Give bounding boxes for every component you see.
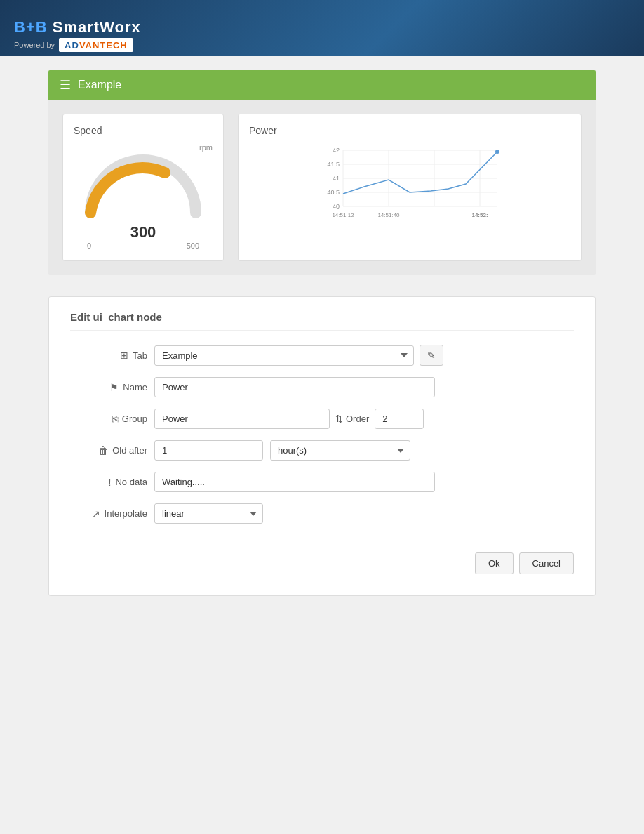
powered-by-row: Powered by ADVANTECH: [14, 38, 133, 52]
rpm-label: rpm: [74, 143, 213, 152]
form-row-tab: ⊞ Tab Example ✎: [70, 345, 574, 366]
form-divider: [70, 538, 574, 538]
cancel-button[interactable]: Cancel: [519, 552, 574, 574]
group-label: ⎘ Group: [70, 413, 147, 425]
advantech-adv: AD: [65, 40, 79, 51]
name-label: ⚑ Name: [70, 382, 147, 393]
interpolate-select[interactable]: linear step basis cardinal: [154, 503, 263, 524]
exclamation-icon: !: [109, 477, 112, 488]
advantech-tech: VANTECH: [79, 40, 128, 51]
svg-text:14:51:12: 14:51:12: [332, 212, 354, 218]
brand-smartworx: SmartWorx: [53, 18, 141, 36]
form-row-old-after: 🗑 Old after hour(s) minute(s) second(s): [70, 440, 574, 461]
logo: B+B SmartWorx Powered by ADVANTECH: [14, 18, 141, 56]
svg-text:42: 42: [333, 147, 340, 154]
hours-select[interactable]: hour(s) minute(s) second(s): [270, 440, 410, 461]
form-row-group: ⎘ Group ⇅ Order: [70, 409, 574, 429]
tab-icon: ⊞: [120, 350, 128, 361]
speed-card: Speed rpm 300 0 500: [62, 114, 224, 261]
interpolate-label: ↗ Interpolate: [70, 508, 147, 519]
main-content: ☰ Example Speed rpm 300 0 500: [48, 70, 596, 596]
order-arrows-icon: ⇅: [335, 413, 343, 424]
svg-text:41.5: 41.5: [327, 161, 340, 168]
dashboard-area: Speed rpm 300 0 500 Power: [48, 100, 596, 275]
order-label: ⇅ Order: [335, 413, 369, 424]
old-after-input[interactable]: [154, 440, 263, 461]
svg-text:41: 41: [333, 175, 340, 182]
svg-text:14:52:: 14:52:: [471, 212, 488, 218]
green-toolbar: ☰ Example: [48, 70, 596, 100]
svg-text:40: 40: [333, 203, 340, 210]
power-chart-svg: 42 41.5 41 40.5 40 14:51:12 14:51:40 14:…: [249, 143, 570, 227]
gauge-min: 0: [87, 241, 91, 250]
tab-select[interactable]: Example: [154, 345, 414, 366]
power-card: Power 42 41.5 41 40.5 40 14:: [238, 114, 582, 261]
power-card-title: Power: [249, 125, 570, 136]
name-icon: ⚑: [109, 382, 119, 393]
tab-select-wrapper: Example ✎: [154, 345, 443, 366]
advantech-badge: ADVANTECH: [59, 38, 133, 52]
form-row-interpolate: ↗ Interpolate linear step basis cardinal: [70, 503, 574, 524]
form-actions: Ok Cancel: [70, 552, 574, 574]
group-icon: ⎘: [112, 413, 118, 425]
group-order-wrapper: ⇅ Order: [154, 409, 424, 429]
no-data-label: ! No data: [70, 477, 147, 488]
speed-card-title: Speed: [74, 125, 213, 136]
gauge-max: 500: [187, 241, 199, 250]
svg-text:40.5: 40.5: [327, 189, 340, 196]
form-row-no-data: ! No data: [70, 472, 574, 492]
svg-text:14:51:40: 14:51:40: [377, 212, 400, 218]
gauge-range: 0 500: [87, 241, 199, 250]
powered-by-text: Powered by: [14, 41, 55, 49]
edit-form-title: Edit ui_chart node: [70, 311, 574, 331]
order-input[interactable]: [375, 409, 424, 429]
no-data-input[interactable]: [154, 472, 435, 492]
gauge-svg: [76, 153, 210, 220]
group-input[interactable]: [154, 409, 330, 429]
header: B+B SmartWorx Powered by ADVANTECH: [0, 0, 644, 56]
tab-label: ⊞ Tab: [70, 350, 147, 361]
ok-button[interactable]: Ok: [475, 552, 514, 574]
gauge-container: [76, 153, 210, 230]
toolbar-title: Example: [78, 79, 121, 91]
edit-form-container: Edit ui_chart node ⊞ Tab Example ✎ ⚑ Nam…: [48, 296, 596, 596]
name-input[interactable]: [154, 377, 435, 397]
brand-bb: B+B: [14, 18, 53, 36]
hamburger-icon[interactable]: ☰: [60, 77, 71, 93]
form-row-name: ⚑ Name: [70, 377, 574, 397]
brand-name: B+B SmartWorx: [14, 18, 141, 37]
tab-edit-button[interactable]: ✎: [420, 345, 443, 366]
svg-point-17: [495, 150, 499, 154]
trash-icon: 🗑: [98, 445, 108, 456]
chart-icon: ↗: [92, 508, 100, 519]
old-after-label: 🗑 Old after: [70, 445, 147, 456]
